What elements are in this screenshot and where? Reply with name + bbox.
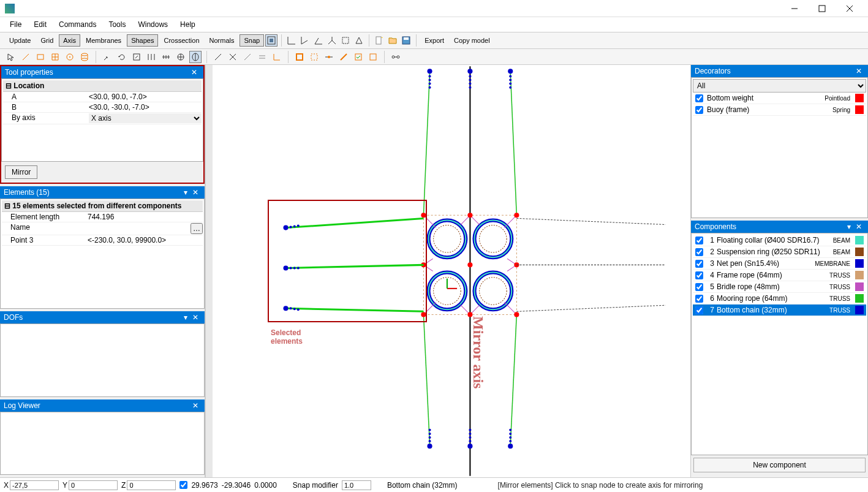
tool-mirror-icon[interactable] <box>189 51 202 63</box>
component-row[interactable]: 5 Bridle rope (48mm) TRUSS <box>693 281 866 293</box>
by-axis-select[interactable]: X axis <box>89 113 202 123</box>
status-y-input[interactable] <box>69 480 118 490</box>
tool-edge-icon[interactable] <box>212 51 224 63</box>
close-icon[interactable]: ✕ <box>853 222 864 231</box>
dec-check-bw[interactable] <box>695 94 703 102</box>
tb-new-file-icon[interactable] <box>373 34 385 47</box>
menu-commands[interactable]: Commands <box>54 19 101 30</box>
tool-scale-icon[interactable] <box>130 51 143 63</box>
statusbar: X Y Z 29.9673 -29.3046 0.0000 Snap modif… <box>0 477 868 492</box>
tool-connection-icon[interactable] <box>390 51 402 63</box>
tool-cylinder-icon[interactable] <box>78 51 91 63</box>
close-icon[interactable]: ✕ <box>190 313 201 322</box>
menu-help[interactable]: Help <box>175 19 200 30</box>
tb-view-mode-icon[interactable] <box>265 34 277 47</box>
tool-rect-icon[interactable] <box>34 51 47 63</box>
tb-export[interactable]: Export <box>420 34 448 47</box>
component-row[interactable]: 6 Mooring rope (64mm) TRUSS <box>693 293 866 305</box>
minimize-icon[interactable]: ▾ <box>181 313 190 322</box>
close-icon[interactable]: ✕ <box>189 68 200 77</box>
tool-check-box-icon[interactable] <box>352 51 364 63</box>
tb-axis-yz-icon[interactable] <box>312 34 325 47</box>
elem-name-val[interactable] <box>88 223 191 234</box>
vertical-scrollbar[interactable] <box>205 65 213 477</box>
tool-box-orange-icon[interactable] <box>293 51 306 63</box>
status-z-input[interactable] <box>127 480 176 490</box>
tb-membranes[interactable]: Membranes <box>81 34 126 47</box>
comp-check[interactable] <box>695 306 703 314</box>
tb-crossection[interactable]: Crossection <box>159 34 203 47</box>
tb-snap[interactable]: Snap <box>240 34 264 47</box>
tool-array-icon[interactable] <box>160 51 172 63</box>
tool-outline-box-icon[interactable] <box>367 51 379 63</box>
maximize-button[interactable] <box>808 0 836 17</box>
tb-shapes[interactable]: Shapes <box>127 34 158 47</box>
component-row[interactable]: 4 Frame rope (64mm) TRUSS <box>693 270 866 281</box>
tool-box-dash-icon[interactable] <box>308 51 320 63</box>
tb-update[interactable]: Update <box>5 34 35 47</box>
tool-select-icon[interactable] <box>5 51 17 63</box>
tool-align-icon[interactable] <box>145 51 157 63</box>
tool-circle-array-icon[interactable] <box>175 51 187 63</box>
tb-open-file-icon[interactable] <box>387 34 399 47</box>
tool-point-icon[interactable] <box>323 51 335 63</box>
tool-move-icon[interactable] <box>101 51 113 63</box>
menu-file[interactable]: File <box>5 19 26 30</box>
tool-corner-icon[interactable] <box>271 51 283 63</box>
elem-len-val[interactable]: 744.196 <box>88 213 203 221</box>
svg-rect-9 <box>404 37 409 40</box>
minimize-button[interactable] <box>780 0 808 17</box>
menu-edit[interactable]: Edit <box>29 19 51 30</box>
snap-input[interactable] <box>342 480 371 490</box>
close-icon[interactable]: ✕ <box>853 67 864 75</box>
tb-axis-3d-icon[interactable] <box>326 34 338 47</box>
tb-axis[interactable]: Axis <box>59 34 80 47</box>
ellipsis-button[interactable]: … <box>191 223 203 234</box>
tb-normals[interactable]: Normals <box>205 34 239 47</box>
comp-check[interactable] <box>695 260 703 268</box>
tb-copy-model[interactable]: Copy model <box>450 34 494 47</box>
menu-windows[interactable]: Windows <box>133 19 173 30</box>
close-icon[interactable]: ✕ <box>190 188 201 197</box>
close-icon[interactable]: ✕ <box>190 401 201 410</box>
svg-line-34 <box>244 54 251 60</box>
tb-axis-xz-icon[interactable] <box>299 34 311 47</box>
comp-check[interactable] <box>695 283 703 291</box>
decorators-filter[interactable]: All <box>693 79 866 93</box>
tb-save-file-icon[interactable] <box>400 34 412 47</box>
status-x-input[interactable] <box>10 480 59 490</box>
close-button[interactable] <box>836 0 863 17</box>
tool-grid-icon[interactable] <box>49 51 61 63</box>
component-row[interactable]: 2 Suspension ring (Ø250 SDR11) BEAM <box>693 246 866 258</box>
status-check[interactable] <box>179 481 187 489</box>
prop-val-b[interactable]: <30.0, -30.0, -7.0> <box>89 103 202 112</box>
tool-slash-icon[interactable] <box>241 51 254 63</box>
component-row[interactable]: 7 Bottom chain (32mm) TRUSS <box>693 305 866 316</box>
tool-circle-icon[interactable] <box>64 51 76 63</box>
comp-check[interactable] <box>695 271 703 279</box>
tool-cross-icon[interactable] <box>227 51 239 63</box>
tb-selection-box-icon[interactable] <box>339 34 352 47</box>
comp-check[interactable] <box>695 295 703 303</box>
tool-rotate-icon[interactable] <box>116 51 128 63</box>
tb-perspective-icon[interactable] <box>353 34 365 47</box>
canvas[interactable]: Selectedelements Mirror axis <box>213 65 690 477</box>
dec-check-buoy[interactable] <box>695 106 703 114</box>
mirror-button[interactable]: Mirror <box>5 165 37 179</box>
tool-line-orange-icon[interactable] <box>338 51 350 63</box>
tool-hbar-icon[interactable] <box>256 51 268 63</box>
comp-check[interactable] <box>695 237 703 244</box>
menu-tools[interactable]: Tools <box>104 19 130 30</box>
comp-num: 7 <box>707 306 714 314</box>
tb-axis-xy-icon[interactable] <box>285 34 298 47</box>
minimize-icon[interactable]: ▾ <box>845 222 853 231</box>
component-row[interactable]: 3 Net pen (Sn15.4%) MEMBRANE <box>693 258 866 270</box>
prop-val-a[interactable]: <30.0, 90.0, -7.0> <box>89 93 202 101</box>
tool-line-icon[interactable] <box>20 51 32 63</box>
component-row[interactable]: 1 Floating collar (Ø400 SDR16.7) BEAM <box>693 235 866 246</box>
comp-check[interactable] <box>695 248 703 256</box>
elem-p3-val[interactable]: <-230.0, 30.0, 99900.0> <box>88 236 203 244</box>
minimize-icon[interactable]: ▾ <box>181 188 190 197</box>
new-component-button[interactable]: New component <box>693 458 866 472</box>
tb-grid[interactable]: Grid <box>36 34 58 47</box>
